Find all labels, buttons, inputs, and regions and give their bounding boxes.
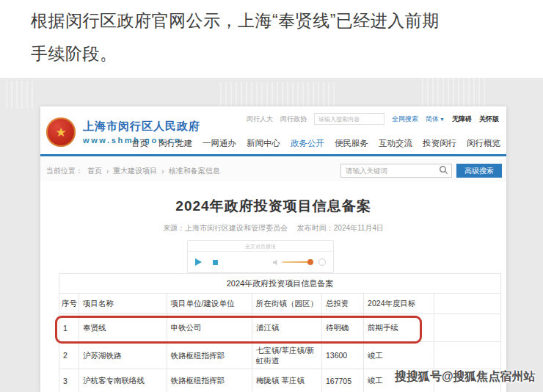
- breadcrumb-bar: 当前位置： 首页 › 重大建设项目 › 核准和备案信息 高级搜索: [40, 159, 506, 181]
- breadcrumb-prefix: 当前位置：: [46, 166, 83, 176]
- nav-item-gov-affairs[interactable]: 政务公开: [291, 138, 324, 149]
- table-row-husuhu-railway: 2 沪苏湖铁路 铁路枢纽指挥部 七宝镇/莘庄镇/新虹街道 13600 竣工: [59, 342, 501, 369]
- cell-project-name: 奉贤线: [79, 314, 167, 342]
- site-search-button[interactable]: 全网搜索: [392, 115, 418, 124]
- audio-player: 全文语音播报: [187, 240, 334, 273]
- table-row-fengxian-line: 1 奉贤线 申铁公司 浦江镇 待明确 前期手续: [59, 314, 501, 342]
- nav-item-party[interactable]: 闵行党建: [158, 138, 192, 149]
- nav-item-services[interactable]: 便民服务: [335, 138, 368, 149]
- breadcrumb-separator: ›: [161, 167, 164, 175]
- cell-target: 竣工: [364, 342, 434, 369]
- header-no: 序号: [59, 294, 79, 314]
- cell-no: 1: [59, 314, 79, 342]
- volume-slider[interactable]: [282, 261, 313, 263]
- backdrop-stripe-decoration: [422, 78, 486, 109]
- accessibility-link[interactable]: 无障碍: [452, 115, 472, 124]
- national-emblem-icon: ★: [46, 117, 76, 147]
- site-search-input[interactable]: [314, 113, 385, 125]
- nav-item-onestop[interactable]: 一网通办: [203, 138, 236, 149]
- advanced-search-button[interactable]: 高级搜索: [456, 164, 502, 178]
- cell-no: 3: [59, 369, 79, 392]
- cell-project-name: 沪苏湖铁路: [79, 342, 167, 369]
- site-header: ★ 上海市闵行区人民政府 www.shmh.gov.cn 闵行人大 闵行政协 全…: [40, 106, 506, 156]
- language-select[interactable]: 简体▼: [426, 115, 445, 124]
- main-nav: 首页 闵行党建 一网通办 新闻中心 政务公开 便民服务 互动交流 投资闵行 闵行…: [131, 138, 500, 149]
- cell-town: 七宝镇/莘庄镇/新虹街道: [252, 342, 322, 369]
- page-meta: 来源：上海市闵行区建设和管理委员会 发布时间：2024年11月4日: [40, 223, 506, 233]
- watermark: 搜搜狐号@搜狐焦点宿州站: [395, 369, 536, 385]
- breadcrumb: 当前位置： 首页 › 重大建设项目 › 核准和备案信息: [46, 166, 220, 176]
- cell-no: 2: [59, 342, 79, 369]
- cell-town: 梅陇镇 莘庄镇: [252, 369, 322, 392]
- audio-player-controls: [188, 252, 333, 272]
- nav-item-invest[interactable]: 投资闵行: [423, 138, 456, 149]
- header-target: 2024年度目标: [364, 294, 434, 314]
- slider-handle[interactable]: [307, 259, 313, 265]
- cell-investment: 167705: [322, 369, 364, 392]
- breadcrumb-home[interactable]: 首页: [87, 166, 102, 176]
- play-icon[interactable]: [195, 258, 202, 266]
- utility-link-zhengxie[interactable]: 闵行政协: [280, 115, 307, 124]
- cell-target: 前期手续: [364, 314, 434, 342]
- keyword-search-group: 高级搜索: [340, 163, 502, 178]
- caret-down-icon: ▼: [440, 117, 445, 122]
- stop-icon[interactable]: [213, 260, 218, 265]
- cell-unit: 铁路枢纽指挥部: [167, 342, 252, 369]
- intro-line-1: 根据闵行区政府官网公示，上海“奉贤线”已经进入前期: [31, 4, 522, 37]
- nav-item-interaction[interactable]: 互动交流: [379, 138, 412, 149]
- nav-item-news[interactable]: 新闻中心: [247, 138, 280, 149]
- cell-empty: [434, 342, 500, 369]
- gov-site-screenshot: ★ 上海市闵行区人民政府 www.shmh.gov.cn 闵行人大 闵行政协 全…: [40, 106, 506, 392]
- audio-player-caption: 全文语音播报: [188, 241, 333, 252]
- header-empty: [434, 294, 500, 314]
- loop-icon[interactable]: [318, 258, 326, 266]
- utility-link-renda[interactable]: 闵行人大: [247, 115, 273, 124]
- table-caption: 2024年政府投资项目信息备案: [59, 274, 501, 294]
- keyword-search-input[interactable]: [340, 164, 452, 178]
- cell-unit: 申铁公司: [167, 314, 252, 342]
- source-label: 来源：上海市闵行区建设和管理委员会: [163, 224, 288, 232]
- backdrop-stripe-decoration: [6, 81, 37, 109]
- header-investment: 总投资: [322, 294, 364, 314]
- cell-investment: 13600: [322, 342, 364, 369]
- breadcrumb-major-projects[interactable]: 重大建设项目: [113, 166, 157, 176]
- header-town: 所在街镇（园区）: [252, 294, 322, 314]
- header-project-name: 项目名称: [79, 294, 167, 314]
- care-version-link[interactable]: 关怀版: [479, 115, 499, 124]
- breadcrumb-separator: ›: [106, 167, 109, 175]
- table-header-row: 序号 项目名称 项目单位/建设单位 所在街镇（园区） 总投资 2024年度目标: [59, 294, 501, 314]
- cell-unit: 铁路枢纽指挥部: [167, 369, 252, 392]
- cell-empty: [434, 314, 500, 342]
- page-title: 2024年政府投资项目信息备案: [40, 197, 506, 216]
- intro-line-2: 手续阶段。: [31, 37, 522, 70]
- utility-bar: 闵行人大 闵行政协 全网搜索 简体▼ 无障碍 关怀版: [247, 113, 499, 125]
- table-caption-row: 2024年政府投资项目信息备案: [59, 274, 501, 294]
- backdrop-stripe-decoration: [220, 82, 338, 107]
- cell-project-name: 沪杭客专南联络线: [79, 369, 167, 392]
- article-intro: 根据闵行区政府官网公示，上海“奉贤线”已经进入前期 手续阶段。: [31, 4, 522, 70]
- nav-item-home[interactable]: 首页: [131, 138, 148, 149]
- pubdate-label: 发布时间：2024年11月4日: [297, 224, 384, 232]
- site-name: 上海市闵行区人民政府: [83, 120, 200, 134]
- header-unit: 项目单位/建设单位: [167, 294, 252, 314]
- cell-investment: 待明确: [322, 314, 364, 342]
- breadcrumb-filing-info[interactable]: 核准和备案信息: [169, 166, 220, 176]
- volume-icon: [273, 259, 279, 266]
- search-icon[interactable]: [439, 165, 448, 175]
- cell-town: 浦江镇: [252, 314, 322, 342]
- nav-item-overview[interactable]: 闵行概览: [467, 138, 500, 149]
